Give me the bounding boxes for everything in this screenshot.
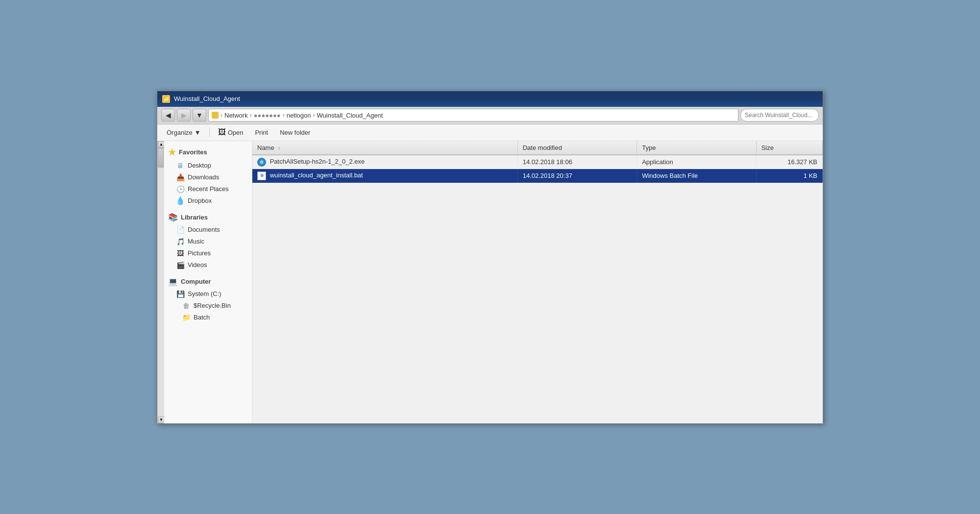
batch-folder-icon: 📁: [182, 313, 191, 322]
sidebar-item-label: Dropbox: [188, 197, 212, 204]
sidebar-item-label: Batch: [194, 314, 210, 321]
explorer-window: 📁 Wuinstall_Cloud_Agent ◀ ▶ ▼ › Network …: [157, 91, 823, 424]
table-header-row: Name ↑ Date modified Type Size: [252, 141, 823, 155]
scroll-track: [158, 148, 164, 416]
breadcrumb-folder-icon: [212, 112, 219, 119]
address-bar: ◀ ▶ ▼ › Network › ●●●●●●● › netlogon › W…: [157, 107, 823, 124]
dropdown-button[interactable]: ▼: [193, 109, 206, 122]
scroll-up-button[interactable]: ▲: [158, 141, 165, 148]
breadcrumb-folder[interactable]: Wuinstall_Cloud_Agent: [317, 112, 383, 119]
drive-icon: 💾: [176, 290, 185, 298]
favorites-header: ★ Favorites: [164, 145, 252, 160]
libraries-header: 📚 Libraries: [164, 211, 252, 224]
sidebar-item-recent-places[interactable]: 🕒 Recent Places: [164, 183, 252, 195]
file-date: 14.02.2018 20:37: [517, 169, 637, 183]
scroll-thumb[interactable]: [158, 148, 164, 168]
file-name[interactable]: ⚙ PatchAllSetup-hs2n-1_2_0_2.exe: [252, 155, 517, 169]
sidebar: ★ Favorites 🖥 Desktop 📥 Downloads 🕒 Rece…: [164, 141, 252, 423]
sidebar-item-pictures[interactable]: 🖼 Pictures: [164, 247, 252, 259]
sidebar-item-desktop[interactable]: 🖥 Desktop: [164, 160, 252, 171]
music-icon: 🎵: [176, 237, 185, 246]
table-row[interactable]: ⚙ PatchAllSetup-hs2n-1_2_0_2.exe 14.02.2…: [252, 155, 823, 169]
breadcrumb-server[interactable]: ●●●●●●●: [254, 112, 281, 119]
back-button[interactable]: ◀: [161, 109, 175, 122]
table-row[interactable]: ⚙ wuinstall_cloud_agent_install.bat 14.0…: [252, 169, 823, 183]
toolbar-separator: [209, 127, 210, 137]
sidebar-item-label: Recent Places: [188, 185, 229, 193]
breadcrumb-netlogon[interactable]: netlogon: [287, 112, 311, 119]
file-name[interactable]: ⚙ wuinstall_cloud_agent_install.bat: [252, 169, 517, 183]
downloads-icon: 📥: [176, 173, 185, 182]
breadcrumb-network[interactable]: Network: [224, 112, 248, 119]
sidebar-item-label: System (C:): [188, 290, 221, 297]
sort-arrow: ↑: [278, 146, 280, 151]
column-size[interactable]: Size: [756, 141, 822, 155]
file-type: Windows Batch File: [637, 169, 757, 183]
sidebar-item-recycle-bin[interactable]: 🗑 $Recycle.Bin: [164, 300, 252, 312]
open-button[interactable]: 🖼 Open: [213, 126, 249, 139]
sidebar-item-label: Music: [188, 238, 204, 245]
computer-label: Computer: [181, 278, 211, 285]
organize-button[interactable]: Organize ▼: [161, 127, 206, 138]
sidebar-item-system-c[interactable]: 💾 System (C:): [164, 288, 252, 300]
breadcrumb: › Network › ●●●●●●● › netlogon › Wuinsta…: [208, 109, 738, 122]
sidebar-item-label: Documents: [188, 226, 220, 233]
sidebar-scrollbar[interactable]: ▲ ▼: [157, 141, 164, 423]
sidebar-item-label: $Recycle.Bin: [194, 302, 231, 309]
bat-icon: ⚙: [257, 171, 266, 180]
sidebar-item-videos[interactable]: 🎬 Videos: [164, 259, 252, 271]
libraries-icon: 📚: [168, 213, 178, 222]
column-type[interactable]: Type: [637, 141, 757, 155]
file-table: Name ↑ Date modified Type Size: [252, 141, 823, 183]
computer-header: 💻 Computer: [164, 275, 252, 288]
main-content: ▲ ▼ ★ Favorites 🖥 Desktop 📥 Downloads 🕒: [157, 141, 823, 423]
sidebar-item-batch[interactable]: 📁 Batch: [164, 312, 252, 323]
videos-icon: 🎬: [176, 261, 185, 269]
recycle-bin-icon: 🗑: [182, 301, 191, 310]
sidebar-item-downloads[interactable]: 📥 Downloads: [164, 171, 252, 183]
sidebar-item-label: Pictures: [188, 249, 211, 257]
column-date-modified[interactable]: Date modified: [517, 141, 637, 155]
toolbar: Organize ▼ 🖼 Open Print New folder: [157, 124, 823, 141]
sidebar-item-dropbox[interactable]: 💧 Dropbox: [164, 195, 252, 207]
desktop-icon: 🖥: [176, 161, 185, 170]
file-area: Name ↑ Date modified Type Size: [252, 141, 823, 423]
title-bar: 📁 Wuinstall_Cloud_Agent: [157, 91, 823, 107]
favorites-icon: ★: [168, 147, 176, 158]
recent-places-icon: 🕒: [176, 185, 185, 194]
documents-icon: 📄: [176, 225, 185, 234]
sidebar-item-label: Videos: [188, 261, 207, 269]
scroll-down-button[interactable]: ▼: [158, 416, 165, 423]
sidebar-item-label: Desktop: [188, 162, 211, 169]
new-folder-button[interactable]: New folder: [274, 127, 316, 138]
pictures-icon: 🖼: [176, 249, 185, 258]
file-size: 16.327 KB: [756, 155, 822, 169]
favorites-label: Favorites: [179, 148, 207, 156]
libraries-label: Libraries: [181, 214, 208, 221]
dropbox-icon: 💧: [176, 196, 185, 205]
computer-icon: 💻: [168, 277, 178, 286]
window-icon: 📁: [162, 95, 170, 103]
forward-button[interactable]: ▶: [177, 109, 191, 122]
file-type: Application: [637, 155, 757, 169]
column-name[interactable]: Name ↑: [252, 141, 517, 155]
print-button[interactable]: Print: [249, 127, 273, 138]
window-title: Wuinstall_Cloud_Agent: [174, 95, 240, 102]
file-size: 1 KB: [756, 169, 822, 183]
sidebar-item-music[interactable]: 🎵 Music: [164, 236, 252, 247]
search-input[interactable]: [740, 109, 819, 122]
file-date: 14.02.2018 18:06: [517, 155, 637, 169]
sidebar-item-documents[interactable]: 📄 Documents: [164, 224, 252, 236]
sidebar-item-label: Downloads: [188, 173, 219, 181]
exe-icon: ⚙: [257, 158, 266, 167]
